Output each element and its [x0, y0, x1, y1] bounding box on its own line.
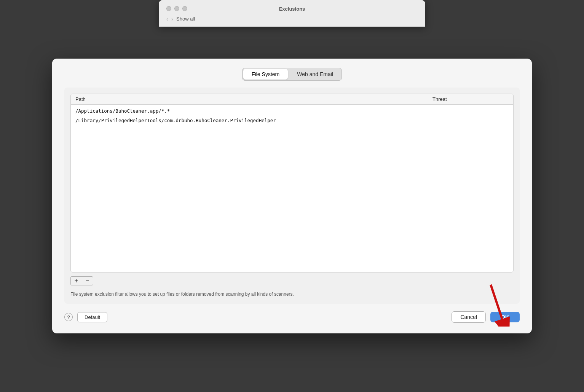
- bg-window-title: Exclusions: [279, 6, 305, 12]
- column-header-path: Path: [75, 96, 432, 102]
- table-body: /Applications/BuhoCleaner.app/*.* /Libra…: [71, 105, 513, 272]
- footer-right: Cancel OK: [452, 311, 520, 323]
- exclusions-dialog: File System Web and Email Path Threat /A…: [52, 59, 532, 333]
- tabs-container: File System Web and Email: [64, 68, 520, 81]
- tab-web-and-email[interactable]: Web and Email: [289, 68, 341, 80]
- ok-button[interactable]: OK: [490, 312, 520, 322]
- cell-path-2: /Library/PrivilegedHelperTools/com.drbuh…: [75, 118, 432, 123]
- remove-button[interactable]: −: [82, 276, 93, 285]
- tabs-group: File System Web and Email: [242, 68, 342, 81]
- tab-file-system[interactable]: File System: [243, 69, 288, 80]
- table-toolbar: + −: [70, 276, 514, 285]
- cancel-button[interactable]: Cancel: [452, 311, 486, 323]
- column-header-threat: Threat: [432, 96, 509, 102]
- dialog-footer: ? Default Cancel OK: [64, 311, 520, 323]
- minimize-dot: [174, 6, 179, 11]
- show-all-link[interactable]: Show all: [176, 16, 195, 22]
- description-text: File system exclusion filter allows you …: [70, 291, 514, 298]
- bg-window-nav: ‹ › Show all: [166, 16, 418, 22]
- cell-threat-2: [432, 118, 509, 123]
- table-row[interactable]: /Applications/BuhoCleaner.app/*.*: [71, 106, 513, 116]
- back-arrow-icon[interactable]: ‹: [166, 16, 168, 22]
- table-row[interactable]: /Library/PrivilegedHelperTools/com.drbuh…: [71, 116, 513, 125]
- add-button[interactable]: +: [70, 276, 82, 285]
- cell-threat-1: [432, 108, 509, 114]
- exclusions-table: Path Threat /Applications/BuhoCleaner.ap…: [70, 94, 514, 272]
- close-dot: [166, 6, 171, 11]
- forward-arrow-icon[interactable]: ›: [171, 16, 173, 22]
- maximize-dot: [182, 6, 187, 11]
- footer-left: ? Default: [64, 312, 107, 322]
- default-button[interactable]: Default: [77, 312, 107, 322]
- background-window: Exclusions ‹ › Show all: [159, 0, 425, 27]
- help-button[interactable]: ?: [64, 313, 73, 321]
- table-header: Path Threat: [71, 94, 513, 105]
- content-area: Path Threat /Applications/BuhoCleaner.ap…: [64, 88, 520, 304]
- cell-path-1: /Applications/BuhoCleaner.app/*.*: [75, 108, 432, 114]
